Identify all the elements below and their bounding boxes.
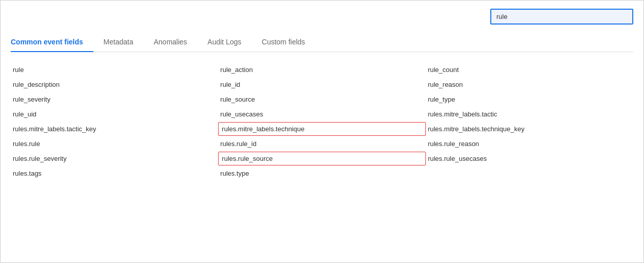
fields-grid: rulerule_descriptionrule_severityrule_ui…: [11, 62, 633, 181]
field-item[interactable]: rule_source: [218, 92, 425, 107]
column-1: rulerule_descriptionrule_severityrule_ui…: [11, 62, 218, 181]
column-3: rule_countrule_reasonrule_typerules.mitr…: [426, 62, 633, 181]
field-item[interactable]: rule_description: [11, 77, 218, 92]
field-item[interactable]: rule_count: [426, 62, 633, 77]
search-row: [11, 9, 633, 25]
field-item[interactable]: rules.rule_reason: [426, 136, 633, 151]
column-2: rule_actionrule_idrule_sourcerule_usecas…: [218, 62, 425, 181]
field-item[interactable]: rule_reason: [426, 77, 633, 92]
field-item[interactable]: rule_type: [426, 92, 633, 107]
field-item[interactable]: rules.mitre_labels.tactic_key: [11, 122, 218, 136]
field-item[interactable]: rules.rule_id: [218, 136, 425, 151]
field-item[interactable]: rules.type: [218, 166, 425, 181]
field-item[interactable]: rule_usecases: [218, 107, 425, 122]
field-item[interactable]: rule: [11, 62, 218, 77]
field-item[interactable]: rule_uid: [11, 107, 218, 122]
field-item[interactable]: rule_severity: [11, 92, 218, 107]
tab-metadata[interactable]: Metadata: [93, 33, 144, 52]
field-item[interactable]: rules.rule_severity: [11, 151, 218, 166]
tab-common-event-fields[interactable]: Common event fields: [11, 33, 93, 52]
search-input[interactable]: [490, 9, 633, 25]
main-container: Common event fields Metadata Anomalies A…: [0, 0, 644, 263]
field-item[interactable]: rule_id: [218, 77, 425, 92]
field-item[interactable]: rules.tags: [11, 166, 218, 181]
field-item[interactable]: rule_action: [218, 62, 425, 77]
field-item[interactable]: rules.rule_source: [218, 152, 425, 165]
tab-anomalies[interactable]: Anomalies: [144, 33, 197, 52]
field-item[interactable]: rules.mitre_labels.technique: [218, 122, 425, 136]
field-item[interactable]: rules.rule: [11, 136, 218, 151]
field-item[interactable]: rules.mitre_labels.technique_key: [426, 122, 633, 136]
field-item[interactable]: rules.rule_usecases: [426, 151, 633, 166]
field-item[interactable]: rules.mitre_labels.tactic: [426, 107, 633, 122]
tab-audit-logs[interactable]: Audit Logs: [197, 33, 251, 52]
tab-custom-fields[interactable]: Custom fields: [252, 33, 316, 52]
tabs-bar: Common event fields Metadata Anomalies A…: [11, 33, 633, 52]
